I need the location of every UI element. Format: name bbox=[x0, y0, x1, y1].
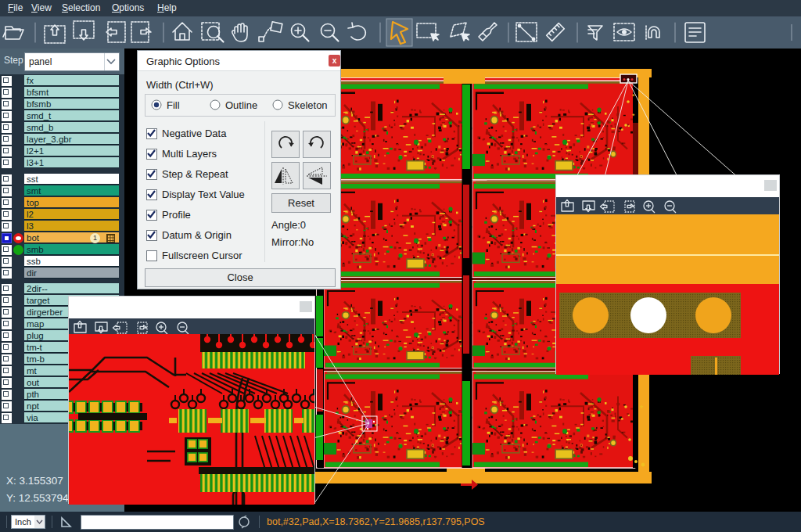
svg-text:*: * bbox=[632, 112, 635, 120]
svg-text:*: * bbox=[640, 404, 644, 413]
